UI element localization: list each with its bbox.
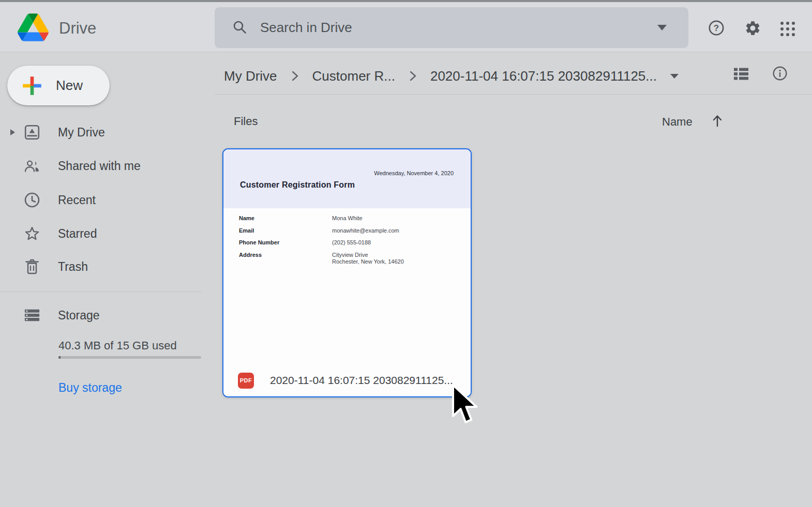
field-value: Mona White bbox=[332, 215, 363, 222]
content-divider bbox=[215, 94, 812, 95]
google-apps-grid-icon bbox=[780, 22, 795, 36]
pdf-preview-header: Wednesday, November 4, 2020 Customer Reg… bbox=[223, 149, 471, 208]
app-title: Drive bbox=[59, 19, 96, 38]
plus-multicolor-icon bbox=[22, 75, 42, 96]
breadcrumb-item-current-file[interactable]: 2020-11-04 16:07:15 203082911125... bbox=[430, 68, 657, 84]
breadcrumb-actions-caret-icon[interactable] bbox=[670, 74, 679, 79]
drive-triangle-icon bbox=[18, 13, 49, 43]
field-label: Address bbox=[239, 252, 262, 258]
help-icon: ? bbox=[708, 20, 725, 38]
help-button[interactable]: ? bbox=[708, 20, 725, 38]
top-app-bar: Drive ? bbox=[0, 2, 812, 52]
sidebar-item-trash[interactable]: Trash bbox=[0, 250, 202, 283]
svg-text:?: ? bbox=[714, 23, 719, 33]
clock-icon bbox=[24, 192, 40, 208]
list-view-toggle-button[interactable] bbox=[732, 67, 750, 83]
search-bar[interactable] bbox=[215, 7, 688, 48]
storage-stack-icon bbox=[24, 307, 40, 324]
sidebar-item-starred[interactable]: Starred bbox=[0, 217, 202, 250]
sidebar-divider bbox=[0, 291, 202, 292]
field-value: monawhite@example.com bbox=[332, 227, 399, 234]
files-section-label: Files bbox=[234, 115, 258, 128]
shared-people-icon bbox=[24, 158, 40, 174]
sort-label: Name bbox=[662, 115, 693, 129]
pdf-file-type-icon: PDF bbox=[238, 373, 254, 389]
trash-icon bbox=[24, 258, 40, 275]
search-input[interactable] bbox=[260, 20, 657, 36]
sidebar-item-recent[interactable]: Recent bbox=[0, 183, 202, 217]
field-label: Name bbox=[239, 215, 254, 221]
file-card-footer[interactable]: PDF 2020-11-04 16:07:15 203082911125... bbox=[223, 364, 471, 396]
settings-gear-icon bbox=[744, 20, 761, 39]
settings-button[interactable] bbox=[744, 20, 761, 38]
storage-usage-text: 40.3 MB of 15 GB used bbox=[58, 339, 177, 352]
preview-title: Customer Registration Form bbox=[240, 180, 355, 190]
field-value: Cityview Drive Rochester, New York, 1462… bbox=[332, 252, 404, 265]
field-label: Phone Number bbox=[239, 239, 279, 245]
sidebar-item-shared-with-me[interactable]: Shared with me bbox=[0, 149, 202, 182]
drive-logo[interactable]: Drive bbox=[18, 13, 96, 43]
field-label: Email bbox=[239, 227, 254, 234]
my-drive-icon bbox=[24, 124, 40, 141]
sidebar-item-my-drive[interactable]: My Drive bbox=[0, 116, 202, 149]
search-options-caret-icon[interactable] bbox=[657, 25, 667, 30]
details-button[interactable] bbox=[772, 66, 788, 83]
sidebar-item-label: Recent bbox=[58, 193, 96, 207]
list-view-icon bbox=[733, 67, 749, 83]
sidebar-item-label: Shared with me bbox=[58, 159, 141, 173]
sidebar-item-label: My Drive bbox=[58, 126, 105, 140]
star-icon bbox=[24, 225, 40, 242]
preview-date: Wednesday, November 4, 2020 bbox=[374, 170, 454, 176]
field-value: (202) 555-0188 bbox=[332, 239, 371, 246]
storage-progress-fill bbox=[58, 356, 61, 359]
breadcrumb: My Drive Customer R... 2020-11-04 16:07:… bbox=[224, 61, 679, 91]
sidebar-item-label: Starred bbox=[58, 227, 97, 241]
search-icon[interactable] bbox=[232, 20, 247, 36]
sidebar-item-label: Trash bbox=[58, 260, 88, 274]
breadcrumb-item-my-drive[interactable]: My Drive bbox=[224, 68, 277, 84]
chevron-right-icon bbox=[406, 69, 419, 83]
sort-by-name-control[interactable]: Name bbox=[662, 113, 725, 131]
breadcrumb-item-folder[interactable]: Customer R... bbox=[312, 68, 395, 84]
storage-progress-bar bbox=[58, 356, 201, 359]
chevron-right-icon bbox=[288, 69, 302, 83]
sort-ascending-arrow-icon[interactable] bbox=[710, 113, 725, 131]
sidebar-item-storage[interactable]: Storage bbox=[0, 299, 202, 332]
buy-storage-link[interactable]: Buy storage bbox=[58, 381, 122, 395]
new-button[interactable]: New bbox=[7, 66, 110, 105]
google-apps-button[interactable] bbox=[779, 20, 796, 38]
new-button-label: New bbox=[56, 78, 83, 94]
expand-arrow-icon[interactable] bbox=[10, 129, 15, 135]
file-name: 2020-11-04 16:07:15 203082911125... bbox=[270, 374, 453, 387]
file-card-selected[interactable]: Wednesday, November 4, 2020 Customer Reg… bbox=[222, 148, 472, 397]
info-icon bbox=[772, 66, 788, 83]
sidebar-item-label: Storage bbox=[58, 309, 100, 322]
